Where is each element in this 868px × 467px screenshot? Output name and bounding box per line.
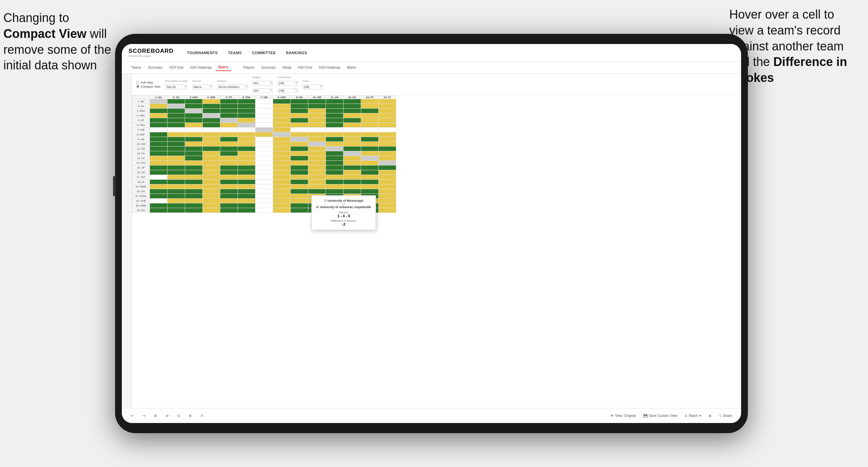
matrix-cell[interactable]	[291, 142, 308, 147]
matrix-cell[interactable]	[273, 109, 291, 113]
matrix-cell[interactable]	[168, 165, 185, 170]
matrix-cell[interactable]	[291, 208, 308, 213]
matrix-cell[interactable]	[220, 109, 238, 113]
matrix-cell[interactable]	[291, 132, 308, 137]
matrix-cell[interactable]	[273, 132, 291, 137]
matrix-cell[interactable]	[291, 156, 308, 161]
matrix-cell[interactable]	[185, 99, 203, 104]
layout-button[interactable]: ⊞	[706, 413, 714, 419]
matrix-cell[interactable]	[168, 156, 185, 161]
matrix-cell[interactable]	[379, 203, 396, 208]
matrix-cell[interactable]	[273, 151, 291, 156]
matrix-cell[interactable]	[255, 151, 273, 156]
matrix-cell[interactable]	[291, 147, 308, 151]
matrix-cell[interactable]	[168, 137, 185, 142]
conference-select2[interactable]: (All)	[277, 88, 298, 93]
matrix-cell[interactable]	[326, 104, 343, 109]
matrix-cell[interactable]	[308, 142, 326, 147]
matrix-cell[interactable]	[238, 180, 255, 184]
matrix-cell[interactable]	[203, 194, 220, 199]
watch-button[interactable]: ⊙ Watch ▾	[682, 413, 704, 419]
tab-players-summary[interactable]: Summary	[259, 64, 279, 71]
matrix-cell[interactable]	[326, 99, 343, 104]
matrix-cell[interactable]	[185, 203, 203, 208]
matrix-cell[interactable]	[238, 165, 255, 170]
matrix-cell[interactable]	[203, 189, 220, 194]
conference-select[interactable]: (All)	[277, 81, 298, 86]
matrix-cell[interactable]	[343, 132, 361, 137]
matrix-cell[interactable]	[326, 189, 343, 194]
matrix-cell[interactable]	[308, 132, 326, 137]
matrix-cell[interactable]	[220, 113, 238, 118]
matrix-cell[interactable]	[326, 137, 343, 142]
tab-players-detail[interactable]: Detail	[280, 64, 294, 71]
matrix-cell[interactable]	[326, 170, 343, 175]
matrix-cell[interactable]	[343, 142, 361, 147]
matrix-cell[interactable]	[150, 128, 168, 132]
matrix-cell[interactable]	[185, 175, 203, 180]
matrix-cell[interactable]	[379, 118, 396, 123]
matrix-cell[interactable]	[220, 170, 238, 175]
matrix-cell[interactable]	[343, 113, 361, 118]
matrix-cell[interactable]	[255, 156, 273, 161]
matrix-cell[interactable]	[273, 194, 291, 199]
matrix-cell[interactable]	[308, 151, 326, 156]
matrix-cell[interactable]	[203, 128, 220, 132]
team-select[interactable]: (All)	[303, 85, 323, 89]
matrix-cell[interactable]	[220, 142, 238, 147]
matrix-cell[interactable]	[238, 203, 255, 208]
matrix-cell[interactable]	[150, 175, 168, 180]
matrix-cell[interactable]	[379, 137, 396, 142]
matrix-cell[interactable]	[308, 170, 326, 175]
matrix-cell[interactable]	[361, 113, 379, 118]
matrix-cell[interactable]	[168, 99, 185, 104]
redo-button[interactable]: ↪	[140, 413, 148, 419]
matrix-cell[interactable]	[379, 170, 396, 175]
matrix-cell[interactable]	[150, 194, 168, 199]
matrix-cell[interactable]	[168, 128, 185, 132]
tab-summary[interactable]: Summary	[145, 64, 165, 71]
matrix-cell[interactable]	[220, 132, 238, 137]
matrix-cell[interactable]	[273, 175, 291, 180]
tab-players-matrix[interactable]: Matrix	[344, 64, 359, 71]
matrix-cell[interactable]	[291, 194, 308, 199]
matrix-cell[interactable]	[185, 128, 203, 132]
division-select[interactable]: NCAA Division I	[217, 85, 248, 89]
matrix-cell[interactable]	[150, 151, 168, 156]
matrix-cell[interactable]	[361, 137, 379, 142]
matrix-cell[interactable]	[203, 161, 220, 165]
matrix-cell[interactable]	[308, 118, 326, 123]
matrix-cell[interactable]	[238, 170, 255, 175]
matrix-cell[interactable]	[168, 109, 185, 113]
matrix-cell[interactable]	[343, 180, 361, 184]
matrix-cell[interactable]	[203, 99, 220, 104]
matrix-cell[interactable]	[220, 161, 238, 165]
matrix-cell[interactable]	[361, 147, 379, 151]
matrix-cell[interactable]	[203, 142, 220, 147]
matrix-cell[interactable]	[203, 170, 220, 175]
matrix-cell[interactable]	[343, 151, 361, 156]
matrix-cell[interactable]	[379, 99, 396, 104]
matrix-cell[interactable]	[361, 170, 379, 175]
matrix-cell[interactable]	[291, 170, 308, 175]
matrix-cell[interactable]	[361, 151, 379, 156]
matrix-cell[interactable]	[308, 113, 326, 118]
matrix-cell[interactable]	[185, 109, 203, 113]
matrix-cell[interactable]	[291, 184, 308, 189]
matrix-cell[interactable]	[379, 109, 396, 113]
matrix-cell[interactable]	[203, 165, 220, 170]
matrix-cell[interactable]	[343, 109, 361, 113]
matrix-cell[interactable]	[168, 208, 185, 213]
matrix-cell[interactable]	[326, 123, 343, 128]
matrix-cell[interactable]	[220, 194, 238, 199]
matrix-cell[interactable]	[168, 123, 185, 128]
matrix-cell[interactable]	[185, 184, 203, 189]
matrix-cell[interactable]	[150, 104, 168, 109]
matrix-cell[interactable]	[255, 104, 273, 109]
matrix-cell[interactable]	[291, 161, 308, 165]
matrix-cell[interactable]	[238, 161, 255, 165]
matrix-cell[interactable]	[150, 132, 168, 137]
matrix-cell[interactable]	[343, 104, 361, 109]
matrix-cell[interactable]	[361, 180, 379, 184]
zoom-controls[interactable]: ⊡	[175, 413, 182, 419]
